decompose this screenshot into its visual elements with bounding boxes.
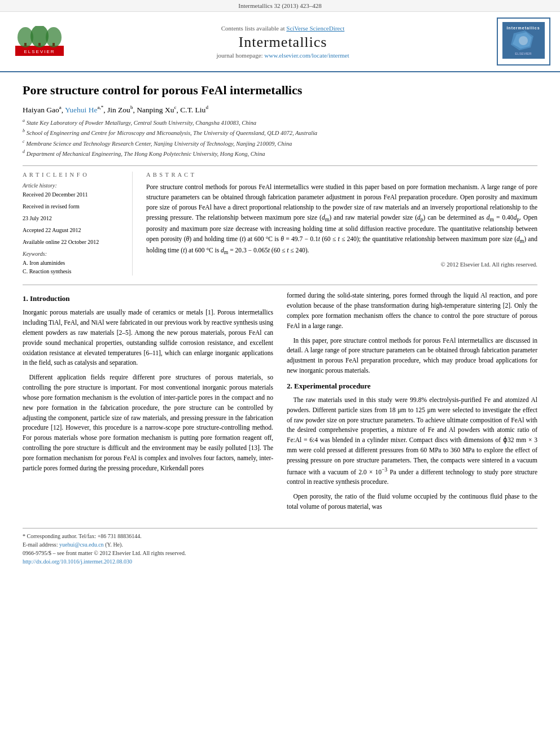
homepage-link[interactable]: www.elsevier.com/locate/intermet xyxy=(264,52,349,59)
journal-homepage: journal homepage: www.elsevier.com/locat… xyxy=(73,52,492,59)
accepted-date: Accepted 22 August 2012 xyxy=(23,226,124,234)
authors-line: Haiyan Gaoa, Yuehui Hea,*, Jin Zoub, Nan… xyxy=(23,104,537,115)
top-citation-bar: Intermetallics 32 (2013) 423–428 xyxy=(0,0,560,12)
section1-right-para1: formed during the solid-state sintering,… xyxy=(287,291,537,331)
section2-para2: Open porosity, the ratio of the fluid vo… xyxy=(287,492,537,512)
section1-para1: Inorganic porous materials are usually m… xyxy=(23,308,273,368)
email-note: E-mail address: yuehui@csu.edu.cn (Y. He… xyxy=(23,541,537,548)
citation-text: Intermetallics 32 (2013) 423–428 xyxy=(238,2,322,9)
abstract-col: A B S T R A C T Pore structure control m… xyxy=(146,172,537,276)
journal-logo-right: Intermetallics ELSEVIER xyxy=(498,18,549,65)
received-date: Received 20 December 2011 xyxy=(23,190,124,199)
svg-text:Intermetallics: Intermetallics xyxy=(506,26,540,30)
journal-title: Intermetallics xyxy=(73,34,492,51)
body-divider xyxy=(23,285,537,285)
section1-right-para2: In this paper, pore structure control me… xyxy=(287,336,537,376)
svg-text:ELSEVIER: ELSEVIER xyxy=(515,52,532,55)
journal-center: Contents lists available at SciVerse Sci… xyxy=(73,25,492,59)
email-link[interactable]: yuehui@csu.edu.cn xyxy=(59,541,104,548)
affiliation-b: b School of Engineering and Centre for M… xyxy=(23,128,537,138)
abstract-heading: A B S T R A C T xyxy=(146,172,537,178)
intermetallics-logo-svg: Intermetallics ELSEVIER xyxy=(502,22,545,59)
doi-link[interactable]: http://dx.doi.org/10.1016/j.intermet.201… xyxy=(23,558,132,565)
history-label: Article history: xyxy=(23,182,124,189)
svg-rect-6 xyxy=(24,43,27,46)
affiliation-c: c Membrane Science and Technology Resear… xyxy=(23,138,537,148)
logo-box: Intermetallics ELSEVIER xyxy=(497,18,550,65)
svg-rect-8 xyxy=(53,43,55,46)
revised-date: 23 July 2012 xyxy=(23,214,124,222)
article-meta-row: A R T I C L E I N F O Article history: R… xyxy=(23,165,537,276)
two-col-body: 1. Introduction Inorganic porous materia… xyxy=(23,291,537,516)
corresponding-author-link[interactable]: Yuehui He xyxy=(65,105,97,113)
svg-text:ELSEVIER: ELSEVIER xyxy=(24,49,55,54)
contents-text: Contents lists available at xyxy=(221,25,286,32)
copyright-line: © 2012 Elsevier Ltd. All rights reserved… xyxy=(146,261,537,268)
article-info-heading: A R T I C L E I N F O xyxy=(23,172,124,178)
elsevier-logo-svg: ELSEVIER xyxy=(14,26,65,57)
section1-heading: 1. Introduction xyxy=(23,293,273,304)
keyword-2: C. Reaction synthesis xyxy=(23,267,124,276)
corresponding-author-note: * Corresponding author. Tel/fax: +86 731… xyxy=(23,533,537,539)
article-info-col: A R T I C L E I N F O Article history: R… xyxy=(23,172,133,276)
affiliation-a: a State Key Laboratory of Powder Metallu… xyxy=(23,117,537,128)
article-footer: * Corresponding author. Tel/fax: +86 731… xyxy=(23,528,537,565)
article-title: Pore structure control for porous FeAl i… xyxy=(23,82,537,99)
journal-header: ELSEVIER Contents lists available at Sci… xyxy=(0,12,560,72)
elsevier-logo: ELSEVIER xyxy=(11,26,68,57)
section1-para2: Different application fields require dif… xyxy=(23,373,273,473)
affiliation-d: d Department of Mechanical Engineering, … xyxy=(23,148,537,159)
section2-para1: The raw materials used in this study wer… xyxy=(287,395,537,487)
doi-note: http://dx.doi.org/10.1016/j.intermet.201… xyxy=(23,558,537,565)
revised-label: Received in revised form xyxy=(23,202,124,211)
main-content: Pore structure control for porous FeAl i… xyxy=(0,72,560,578)
svg-point-13 xyxy=(519,36,528,45)
body-col-left: 1. Introduction Inorganic porous materia… xyxy=(23,291,273,516)
issn-note: 0966-9795/$ – see front matter © 2012 El… xyxy=(23,550,537,556)
abstract-text: Pore structure control methods for porou… xyxy=(146,182,537,257)
keyword-1: A. Iron aluminides xyxy=(23,259,124,267)
sciverse-link[interactable]: SciVerse ScienceDirect xyxy=(286,25,344,32)
affiliations: a State Key Laboratory of Powder Metallu… xyxy=(23,117,537,159)
svg-rect-7 xyxy=(38,43,41,46)
available-date: Available online 22 October 2012 xyxy=(23,238,124,246)
contents-line: Contents lists available at SciVerse Sci… xyxy=(73,25,492,32)
keywords-label: Keywords: xyxy=(23,251,124,257)
section2-heading: 2. Experimental procedure xyxy=(287,381,537,392)
body-col-right: formed during the solid-state sintering,… xyxy=(287,291,537,516)
